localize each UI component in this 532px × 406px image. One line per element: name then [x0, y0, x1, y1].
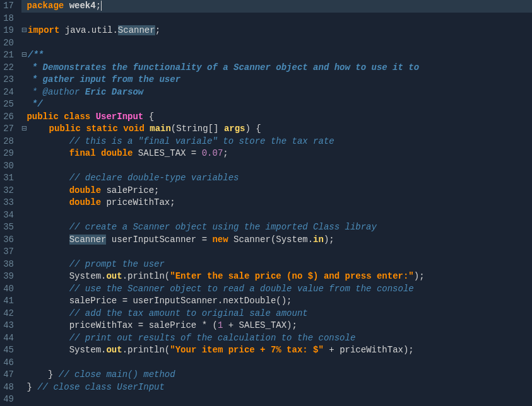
line-number: 32: [3, 185, 14, 197]
line-number: 19: [3, 25, 14, 37]
line-number: 33: [3, 197, 14, 209]
code-line[interactable]: } // close class UserInput: [21, 381, 532, 394]
line-number: 46: [3, 357, 14, 369]
code-line[interactable]: final double SALES_TAX = 0.07;: [21, 148, 532, 160]
code-line[interactable]: double salePrice;: [21, 185, 532, 197]
line-number: 38: [3, 258, 14, 271]
code-line[interactable]: // add the tax amount to original sale a…: [21, 308, 532, 320]
code-line[interactable]: [21, 357, 532, 369]
code-line[interactable]: // use the Scanner object to read a doub…: [21, 283, 532, 296]
line-number: 35: [3, 221, 14, 234]
line-number: 37: [3, 246, 14, 258]
code-area[interactable]: package week4; ⊟import java.util.Scanner…: [19, 0, 532, 406]
code-line[interactable]: ⊟import java.util.Scanner;: [21, 25, 532, 37]
line-number: 48: [3, 381, 14, 394]
code-line[interactable]: * @author Eric Darsow: [21, 86, 532, 99]
code-line[interactable]: ⊟/**: [21, 49, 532, 62]
fold-icon[interactable]: ⊟: [21, 49, 28, 62]
code-line[interactable]: */: [21, 98, 532, 111]
code-line[interactable]: Scanner userInputScanner = new Scanner(S…: [21, 234, 532, 246]
code-line[interactable]: // declare double-type variables: [21, 172, 532, 185]
code-line[interactable]: salePrice = userInputScanner.nextDouble(…: [21, 295, 532, 308]
line-number: 21: [3, 49, 14, 62]
line-number: 28: [3, 136, 14, 148]
code-line[interactable]: System.out.println("Enter the sale price…: [21, 270, 532, 283]
line-number-gutter: 17 18 19 20 21 22 23 24 25 26 27 28 29 3…: [0, 0, 19, 406]
line-number: 43: [3, 320, 14, 332]
line-number: 49: [3, 393, 14, 406]
code-line[interactable]: // this is a "final variale" to store th…: [21, 136, 532, 148]
code-line[interactable]: [21, 160, 532, 173]
code-line[interactable]: // create a Scanner object using the imp…: [21, 221, 532, 234]
line-number: 25: [3, 98, 14, 111]
fold-icon[interactable]: ⊟: [21, 25, 28, 37]
line-number: 18: [3, 13, 14, 25]
code-line[interactable]: package week4;: [21, 0, 532, 13]
line-number: 31: [3, 172, 14, 185]
line-number: 45: [3, 344, 14, 357]
code-line[interactable]: [21, 246, 532, 258]
line-number: 40: [3, 283, 14, 296]
text-cursor: [101, 1, 102, 11]
line-number: 42: [3, 308, 14, 320]
code-line[interactable]: public class UserInput {: [21, 111, 532, 124]
line-number: 39: [3, 270, 14, 283]
line-number: 26: [3, 111, 14, 124]
fold-icon[interactable]: ⊟: [21, 123, 28, 136]
line-number: 41: [3, 295, 14, 308]
line-number: 29: [3, 148, 14, 160]
code-line[interactable]: [21, 393, 532, 406]
code-line[interactable]: System.out.println("Your item price + 7%…: [21, 344, 532, 357]
code-line[interactable]: // prompt the user: [21, 258, 532, 271]
line-number: 24: [3, 86, 14, 99]
line-number: 30: [3, 160, 14, 173]
code-line[interactable]: ⊟ public static void main(String[] args)…: [21, 123, 532, 136]
code-line[interactable]: * gather input from the user: [21, 74, 532, 86]
code-line[interactable]: } // close main() method: [21, 369, 532, 381]
code-line[interactable]: [21, 37, 532, 50]
code-editor[interactable]: 17 18 19 20 21 22 23 24 25 26 27 28 29 3…: [0, 0, 532, 406]
line-number: 17: [3, 0, 14, 13]
line-number: 36: [3, 234, 14, 246]
code-line[interactable]: [21, 13, 532, 25]
code-line[interactable]: [21, 209, 532, 222]
code-line[interactable]: // print out results of the calculation …: [21, 332, 532, 345]
line-number: 47: [3, 369, 14, 381]
code-line[interactable]: * Demonstrates the functionality of a Sc…: [21, 62, 532, 74]
line-number: 22: [3, 62, 14, 74]
line-number: 23: [3, 74, 14, 86]
line-number: 27: [3, 123, 14, 136]
code-line[interactable]: priceWithTax = salePrice * (1 + SALES_TA…: [21, 320, 532, 332]
code-line[interactable]: double priceWithTax;: [21, 197, 532, 209]
line-number: 44: [3, 332, 14, 345]
line-number: 20: [3, 37, 14, 50]
line-number: 34: [3, 209, 14, 222]
